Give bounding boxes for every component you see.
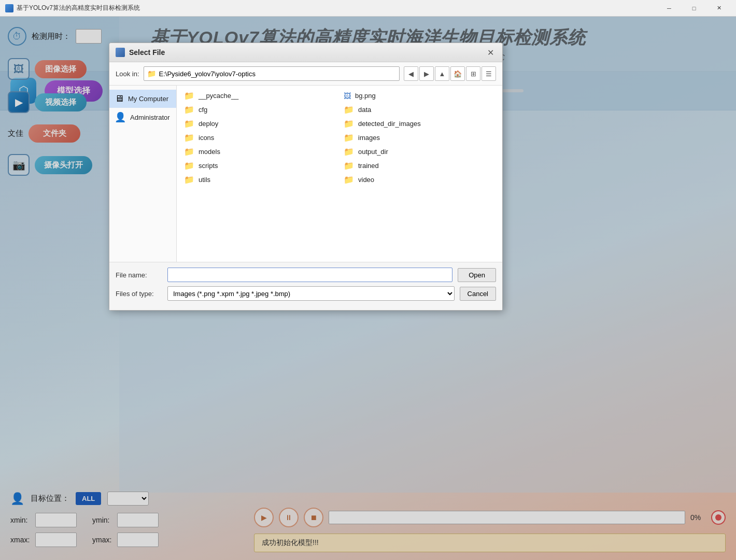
dialog-footer: File name: Open Files of type: Images (*… [109,262,502,310]
dialog-overlay: Select File ✕ Look in: 📁 E:\Pyside6_yolo… [0,17,736,560]
folder-icon-lookin: 📁 [147,69,156,78]
file-name: detected_dir_images [358,120,421,128]
user-icon: 👤 [115,111,126,123]
file-dialog: Select File ✕ Look in: 📁 E:\Pyside6_yolo… [109,43,503,311]
dialog-title-bar: Select File ✕ [109,43,502,62]
file-name: utils [199,176,210,184]
lookin-label: Look in: [116,70,139,78]
sidebar-item-my-computer[interactable]: 🖥 My Computer [109,90,176,108]
list-item[interactable]: 📁models [180,145,339,159]
list-item[interactable]: 📁__pycache__ [180,89,339,103]
list-item[interactable]: 📁icons [180,131,339,145]
view-icons-button[interactable]: ⊞ [466,66,480,81]
folder-icon: 📁 [344,147,354,157]
list-item[interactable]: 🖼bg.png [339,89,499,103]
folder-icon: 📁 [184,147,194,157]
title-bar-text: 基于YOLOv7算法的高精度实时目标检测系统 [17,4,657,12]
sidebar-item-administrator[interactable]: 👤 Administrator [109,108,176,127]
file-name: __pycache__ [199,92,238,100]
lookin-nav-buttons: ◀ ▶ ▲ 🏠 ⊞ ☰ [404,66,496,81]
computer-icon: 🖥 [115,93,124,104]
dialog-sidebar: 🖥 My Computer 👤 Administrator [109,86,177,262]
image-file-icon: 🖼 [344,92,351,100]
file-name: scripts [199,162,218,170]
dialog-title-icon [116,48,125,57]
main-content: 基于YOLOv7算法的高精度实时海洋生物目标检测系统 CSDN：BestSong… [0,17,736,560]
list-item[interactable]: 📁cfg [180,103,339,117]
app-icon [5,4,13,12]
window-controls: ─ □ ✕ [657,2,731,15]
nav-back-button[interactable]: ◀ [404,66,418,81]
file-list: 📁__pycache__🖼bg.png📁cfg📁data📁deploy📁dete… [177,86,502,262]
filename-label: File name: [116,271,162,279]
nav-up-button[interactable]: ▲ [435,66,449,81]
file-name: data [358,106,371,114]
file-name: deploy [199,120,218,128]
maximize-button[interactable]: □ [682,2,706,15]
dialog-title-text: Select File [129,48,485,57]
title-bar: 基于YOLOv7算法的高精度实时目标检测系统 ─ □ ✕ [0,0,736,17]
list-item[interactable]: 📁images [339,131,499,145]
file-name: video [358,176,374,184]
file-name: bg.png [355,92,376,100]
list-item[interactable]: 📁trained [339,159,499,173]
filename-input[interactable] [167,268,452,282]
sidebar-admin-label: Administrator [130,114,170,121]
folder-icon: 📁 [184,91,194,101]
view-list-button[interactable]: ☰ [482,66,496,81]
nav-forward-button[interactable]: ▶ [419,66,434,81]
cancel-button[interactable]: Cancel [460,287,496,301]
list-item[interactable]: 📁detected_dir_images [339,117,499,131]
folder-icon: 📁 [184,119,194,129]
folder-icon: 📁 [344,175,354,185]
sidebar-my-computer-label: My Computer [128,95,168,103]
file-name: output_dir [358,148,388,156]
close-button[interactable]: ✕ [707,2,731,15]
list-item[interactable]: 📁deploy [180,117,339,131]
lookin-path: E:\Pyside6_yolov7\yolov7-optics [159,70,256,78]
list-item[interactable]: 📁data [339,103,499,117]
folder-icon: 📁 [344,119,354,129]
folder-icon: 📁 [344,161,354,171]
lookin-row: Look in: 📁 E:\Pyside6_yolov7\yolov7-opti… [109,62,502,86]
filetype-label: Files of type: [116,290,162,298]
folder-icon: 📁 [184,161,194,171]
filetype-row: Files of type: Images (*.png *.xpm *.jpg… [116,286,496,301]
dialog-body: 🖥 My Computer 👤 Administrator 📁__pycache… [109,86,502,262]
list-item[interactable]: 📁utils [180,173,339,187]
folder-icon: 📁 [184,105,194,115]
folder-icon: 📁 [184,133,194,143]
list-item[interactable]: 📁output_dir [339,145,499,159]
file-name: trained [358,162,379,170]
open-button[interactable]: Open [458,268,496,282]
nav-home-button[interactable]: 🏠 [450,66,465,81]
filetype-select[interactable]: Images (*.png *.xpm *.jpg *.jpeg *.bmp) [167,286,455,301]
list-item[interactable]: 📁scripts [180,159,339,173]
file-name: icons [199,134,214,142]
filename-row: File name: Open [116,268,496,282]
folder-icon: 📁 [184,175,194,185]
dialog-close-button[interactable]: ✕ [485,47,496,58]
file-name: cfg [199,106,207,114]
folder-icon: 📁 [344,133,354,143]
list-item[interactable]: 📁video [339,173,499,187]
lookin-combo[interactable]: 📁 E:\Pyside6_yolov7\yolov7-optics [144,66,400,81]
file-name: models [199,148,220,156]
file-name: images [358,134,380,142]
minimize-button[interactable]: ─ [657,2,681,15]
folder-icon: 📁 [344,105,354,115]
